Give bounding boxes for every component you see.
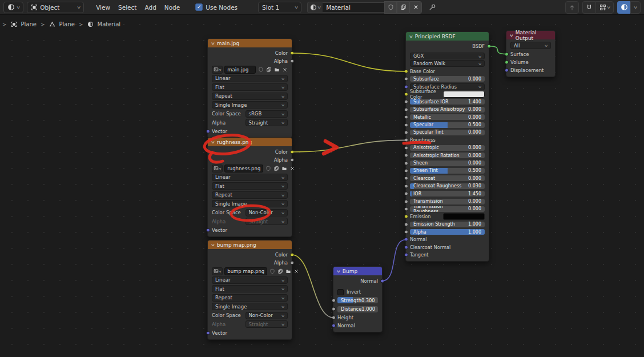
value-slider[interactable]: Clearcoat Roughness0.030 [410,183,485,189]
color-swatch[interactable] [443,91,485,98]
node-title-bar[interactable]: vmain.jpg [208,39,292,47]
socket-subsurface-anisotropy[interactable] [404,107,408,111]
value-slider[interactable]: Emission Strength1.000 [410,222,485,227]
open-image-folder-icon[interactable] [281,165,287,172]
node-title-bar[interactable]: vbump map.png [208,240,292,249]
socket-bsdf[interactable] [487,44,491,48]
value-slider[interactable]: Transmission Roughness0.000 [410,206,485,212]
socket-alpha[interactable] [290,59,294,63]
open-image-folder-icon[interactable] [273,66,280,73]
duplicate-copy-icon[interactable] [277,268,283,275]
value-slider[interactable]: Strength0.300 [337,297,378,303]
select-dropdown[interactable]: sRGBv [245,110,288,118]
socket-surface[interactable] [505,52,509,56]
socket-alpha[interactable] [290,261,294,265]
node-title-bar[interactable]: vPrincipled BSDF [406,32,489,41]
value-slider[interactable]: Alpha1.000 [410,229,485,235]
socket-emission[interactable] [404,215,408,219]
editor-type-selector[interactable]: v [3,2,23,13]
slot-dropdown[interactable]: Slot 1 v [258,2,301,13]
value-slider[interactable]: Distance1.000 [337,306,378,312]
socket-transmission[interactable] [404,199,408,203]
checkbox-unchecked-icon[interactable] [337,289,344,295]
image-browse-button[interactable]: v [212,267,223,275]
image-name-field[interactable]: main.jpg [224,66,256,74]
image-name-field[interactable]: bump map.png [224,267,267,275]
select-dropdown[interactable]: GGXv [410,53,485,59]
node-material-output[interactable]: vMaterial OutputAllvSurfaceVolumeDisplac… [506,30,556,77]
node-main-jpg[interactable]: vmain.jpgColorAlphavmain.jpgLinearvFlatv… [207,38,292,138]
overlay-toggle-button[interactable] [617,1,630,14]
node-principled-bsdf[interactable]: vPrincipled BSDFBSDFGGXvRandom WalkvBase… [405,31,489,262]
socket-volume[interactable] [505,60,509,64]
select-dropdown[interactable]: Linearv [212,75,288,82]
node-bump[interactable]: vBumpNormalInvertStrength0.300Distance1.… [333,266,383,332]
menu-add[interactable]: Add [140,4,160,11]
select-dropdown[interactable]: Flatv [212,83,288,91]
socket-metallic[interactable] [404,115,408,119]
unlink-material-button[interactable] [409,1,422,14]
collapse-chevron-icon[interactable]: v [211,41,215,46]
select-dropdown[interactable]: Flatv [212,182,288,190]
socket-subsurface-radius[interactable] [404,85,408,89]
navigate-up-button[interactable] [565,1,579,14]
socket-color[interactable] [290,150,294,154]
value-slider[interactable]: IOR1.450 [410,191,485,196]
value-slider[interactable]: Subsurface IOR1.400 [410,99,485,105]
socket-normal[interactable] [332,324,336,328]
menu-view[interactable]: View [92,4,114,11]
socket-clearcoat-roughness[interactable] [404,184,408,188]
fake-user-shield-icon[interactable] [269,268,275,275]
collapse-chevron-icon[interactable]: v [211,140,215,145]
select-dropdown[interactable]: Repeatv [212,93,288,100]
socket-sheen[interactable] [404,161,408,165]
select-dropdown[interactable]: Repeatv [212,294,288,302]
socket-transmission-roughness[interactable] [404,207,408,211]
value-slider[interactable]: Clearcoat0.000 [410,175,485,181]
node-title-bar[interactable]: vrughness.png [208,138,292,146]
select-dropdown[interactable]: Linearv [212,174,288,181]
collapse-chevron-icon[interactable]: v [409,34,413,39]
duplicate-material-button[interactable] [397,1,409,14]
use-nodes-checkbox[interactable]: ✓ Use Nodes [195,3,238,11]
open-image-folder-icon[interactable] [285,268,291,275]
socket-clearcoat[interactable] [404,177,408,180]
select-dropdown[interactable]: Non-Colorv [245,209,288,216]
select-dropdown[interactable]: Single Imagev [212,303,288,310]
collapse-chevron-icon[interactable]: v [337,269,340,274]
select-dropdown[interactable]: Flatv [212,285,288,292]
image-browse-button[interactable]: v [212,165,223,173]
color-swatch[interactable] [443,213,485,220]
socket-normal[interactable] [404,238,408,242]
socket-displacement[interactable] [505,68,509,72]
select-dropdown[interactable]: Repeatv [212,191,288,199]
image-name-field[interactable]: rughness.png [224,165,263,173]
node-title-bar[interactable]: vBump [333,267,382,275]
unlink-close-icon[interactable] [281,66,288,73]
socket-alpha[interactable] [404,230,408,234]
browse-material-button[interactable]: v [307,2,323,13]
snap-toggle-button[interactable] [582,1,595,14]
menu-node[interactable]: Node [160,4,184,11]
select-dropdown[interactable]: Single Imagev [212,101,288,109]
select-dropdown[interactable]: Straightv [245,119,288,126]
socket-subsurface-ior[interactable] [404,100,408,104]
collapse-chevron-icon[interactable]: v [510,33,513,38]
socket-distance[interactable] [332,307,336,311]
select-dropdown[interactable]: Allv [510,42,551,49]
node-canvas[interactable]: >Plane>Plane>Material vmain.jpgColorAlph… [0,15,644,357]
value-slider[interactable]: Subsurface0.000 [410,76,485,82]
socket-emission-strength[interactable] [404,222,408,226]
value-slider[interactable]: Sheen0.000 [410,161,485,166]
socket-vector[interactable] [206,228,210,232]
select-dropdown[interactable]: Linearv [212,276,288,284]
menu-select[interactable]: Select [114,4,140,11]
node-bump-map-png[interactable]: vbump map.pngColorAlphavbump map.pngLine… [207,240,292,340]
select-dropdown[interactable]: Non-Colorv [245,312,288,319]
socket-subsurface[interactable] [404,77,408,81]
value-slider[interactable]: Subsurface Anisotropy0.000 [410,107,485,113]
socket-ior[interactable] [404,192,408,196]
socket-sheen-tint[interactable] [404,169,408,173]
socket-subsurface-color[interactable] [404,93,408,97]
select-dropdown[interactable]: Random Walkv [410,60,485,67]
